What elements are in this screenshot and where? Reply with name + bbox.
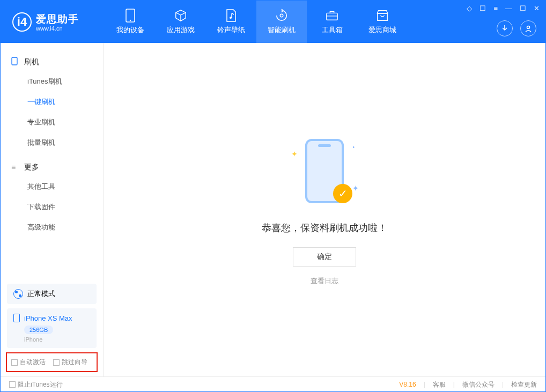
- checkbox-label: 跳过向导: [62, 358, 87, 367]
- success-illustration: ✦ ✦ • ✓: [287, 134, 362, 209]
- sidebar-item-oneclick[interactable]: 一键刷机: [1, 92, 103, 112]
- nav-tab-label: 我的设备: [116, 25, 144, 35]
- cube-icon: [174, 9, 187, 22]
- nav-tab-ringtone[interactable]: 铃声壁纸: [206, 1, 256, 43]
- footer: 阻止iTunes运行 V8.16 | 客服 | 微信公众号 | 检查更新: [1, 376, 545, 392]
- main-content: ✦ ✦ • ✓ 恭喜您，保资料刷机成功啦！ 确定 查看日志: [104, 43, 545, 376]
- app-title: 爱思助手: [36, 12, 79, 26]
- device-card[interactable]: iPhone XS Max 256GB iPhone: [7, 308, 97, 348]
- svg-point-5: [527, 26, 530, 29]
- theme-icon[interactable]: ◇: [467, 4, 472, 12]
- nav-tab-label: 应用游戏: [167, 25, 195, 35]
- checkbox-icon: [53, 359, 60, 366]
- footer-link-update[interactable]: 检查更新: [511, 380, 537, 389]
- success-message: 恭喜您，保资料刷机成功啦！: [262, 221, 387, 234]
- window-controls: ◇ ☐ ≡ — ☐ ✕: [467, 4, 540, 12]
- user-button[interactable]: [520, 20, 536, 36]
- device-name: iPhone XS Max: [24, 314, 72, 322]
- footer-link-support[interactable]: 客服: [433, 380, 446, 389]
- music-file-icon: [225, 9, 238, 22]
- ok-button[interactable]: 确定: [293, 247, 356, 267]
- app-subtitle: www.i4.cn: [36, 25, 79, 32]
- logo-block: i4 爱思助手 www.i4.cn: [1, 12, 105, 32]
- svg-point-3: [280, 14, 283, 17]
- sidebar-section-more: ≡ 更多: [1, 158, 103, 176]
- app-header: i4 爱思助手 www.i4.cn 我的设备 应用游戏 铃声壁纸 智能刷机 工具…: [1, 1, 545, 43]
- sparkle-icon: •: [352, 144, 355, 150]
- nav-tabs: 我的设备 应用游戏 铃声壁纸 智能刷机 工具箱 爱思商城: [105, 1, 408, 43]
- checkbox-auto-activate[interactable]: 自动激活: [11, 358, 46, 367]
- mode-icon: [13, 289, 23, 299]
- checkbox-skip-guide[interactable]: 跳过向导: [53, 358, 87, 367]
- sidebar-item-batch[interactable]: 批量刷机: [1, 132, 103, 153]
- phone-icon: [11, 57, 19, 67]
- sidebar-section-flash: 刷机: [1, 53, 103, 71]
- store-icon: [376, 9, 389, 22]
- device-type: iPhone: [24, 336, 90, 343]
- sidebar-item-pro[interactable]: 专业刷机: [1, 112, 103, 132]
- nav-tab-flash[interactable]: 智能刷机: [256, 1, 307, 43]
- sync-icon: [275, 9, 288, 22]
- checkbox-label: 阻止iTunes运行: [18, 380, 63, 389]
- logo-icon: i4: [12, 12, 32, 32]
- minimize-button[interactable]: —: [505, 4, 512, 12]
- svg-point-1: [130, 19, 131, 20]
- nav-tab-label: 铃声壁纸: [217, 25, 245, 35]
- version-label: V8.16: [399, 381, 416, 388]
- download-button[interactable]: [497, 20, 513, 36]
- nav-tab-toolbox[interactable]: 工具箱: [307, 1, 357, 43]
- separator: |: [502, 381, 504, 388]
- nav-tab-label: 智能刷机: [268, 25, 296, 35]
- list-icon: ≡: [11, 163, 19, 172]
- section-label: 刷机: [24, 57, 39, 67]
- svg-point-2: [230, 17, 232, 19]
- close-button[interactable]: ✕: [534, 4, 540, 12]
- mode-card[interactable]: 正常模式: [7, 284, 97, 304]
- checkbox-block-itunes[interactable]: 阻止iTunes运行: [9, 380, 63, 389]
- sparkle-icon: ✦: [291, 150, 298, 158]
- header-right-icons: [497, 20, 536, 36]
- toolbox-icon: [326, 9, 338, 22]
- check-badge-icon: ✓: [333, 184, 352, 203]
- options-row: 自动激活 跳过向导: [6, 352, 98, 372]
- checkbox-icon: [11, 359, 18, 366]
- checkbox-icon: [9, 381, 16, 388]
- nav-tab-label: 爱思商城: [368, 25, 396, 35]
- mode-label: 正常模式: [27, 289, 55, 299]
- sidebar-item-itunes[interactable]: iTunes刷机: [1, 71, 103, 92]
- svg-rect-4: [327, 13, 337, 20]
- nav-tab-store[interactable]: 爱思商城: [357, 1, 408, 43]
- nav-tab-device[interactable]: 我的设备: [105, 1, 156, 43]
- separator: |: [424, 381, 425, 388]
- menu-icon[interactable]: ≡: [493, 4, 498, 12]
- nav-tab-apps[interactable]: 应用游戏: [156, 1, 206, 43]
- sidebar-item-firmware[interactable]: 下载固件: [1, 197, 103, 217]
- svg-rect-6: [12, 57, 17, 65]
- footer-link-wechat[interactable]: 微信公众号: [462, 380, 495, 389]
- view-log-link[interactable]: 查看日志: [311, 276, 338, 286]
- section-label: 更多: [24, 162, 39, 172]
- sidebar: 刷机 iTunes刷机 一键刷机 专业刷机 批量刷机 ≡ 更多 其他工具 下载固…: [1, 43, 104, 376]
- separator: |: [453, 381, 455, 388]
- checkbox-label: 自动激活: [20, 358, 46, 367]
- feedback-icon[interactable]: ☐: [479, 4, 486, 12]
- nav-tab-label: 工具箱: [322, 25, 343, 35]
- device-phone-icon: [13, 314, 20, 322]
- sidebar-item-advanced[interactable]: 高级功能: [1, 217, 103, 238]
- sparkle-icon: ✦: [352, 184, 359, 193]
- device-capacity: 256GB: [24, 326, 53, 334]
- sidebar-item-other[interactable]: 其他工具: [1, 176, 103, 197]
- device-icon: [124, 9, 137, 22]
- maximize-button[interactable]: ☐: [520, 4, 526, 12]
